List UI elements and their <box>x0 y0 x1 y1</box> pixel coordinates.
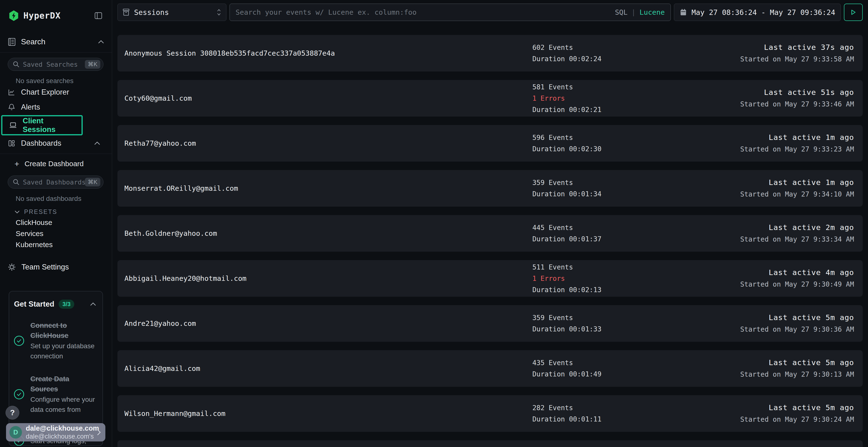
session-started: Started on May 27 9:34:10 AM <box>720 188 854 200</box>
create-dashboard-label: Create Dashboard <box>25 160 84 168</box>
sidebar-item-chart-explorer[interactable]: Chart Explorer <box>0 85 112 100</box>
app-title: HyperDX <box>23 11 61 21</box>
session-row[interactable]: Anonymous Session 308018eb535facd7cec337… <box>117 35 863 72</box>
sidebar-item-client-sessions[interactable]: Client Sessions <box>1 115 83 135</box>
session-name: Anonymous Session 308018eb535facd7cec337… <box>124 49 532 57</box>
get-started-item-title: Create Data Sources <box>30 374 96 394</box>
session-name: Wilson_Hermann@gmail.com <box>124 409 532 418</box>
source-select-value: Sessions <box>134 8 169 16</box>
session-row[interactable]: Andre21@yahoo.com 359 Events Duration 00… <box>117 305 863 342</box>
session-row[interactable]: Retha77@yahoo.com 596 Events Duration 00… <box>117 125 863 162</box>
saved-searches-search[interactable]: ⌘K <box>8 58 103 71</box>
session-stats: 602 Events Duration 00:02:24 <box>532 42 720 65</box>
session-last-active: Last active 4m ago <box>720 267 854 278</box>
sidebar-item-alerts[interactable]: Alerts <box>0 100 112 115</box>
saved-dashboards-input[interactable] <box>23 178 85 186</box>
get-started-title: Get Started <box>14 300 54 309</box>
session-row[interactable]: Wilson_Hermann@gmail.com 282 Events Dura… <box>117 395 863 432</box>
session-duration: Duration 00:01:49 <box>532 369 720 380</box>
chevron-down-icon <box>14 210 20 214</box>
session-row[interactable]: Alicia42@gmail.com 435 Events Duration 0… <box>117 350 863 387</box>
session-last-active: Last active 5m ago <box>720 402 854 414</box>
session-stats: 445 Events Duration 00:01:37 <box>532 222 720 245</box>
get-started-item[interactable]: Create Data Sources Configure where your… <box>14 374 96 415</box>
sidebar-section-search[interactable]: Search <box>0 31 112 53</box>
session-duration: Duration 00:01:33 <box>532 323 720 335</box>
session-row[interactable]: Coty60@gmail.com 581 Events 1 Errors Dur… <box>117 80 863 116</box>
collapse-sidebar-icon[interactable] <box>94 12 102 19</box>
chevron-up-icon[interactable] <box>94 141 100 145</box>
session-events: 581 Events <box>532 81 720 93</box>
calendar-icon <box>680 9 687 16</box>
magnifier-icon <box>13 61 20 68</box>
check-circle-icon <box>14 336 24 346</box>
create-dashboard-button[interactable]: + Create Dashboard <box>0 156 112 171</box>
sidebar-item-dashboards[interactable]: Dashboards <box>0 136 112 151</box>
session-started: Started on May 27 9:33:46 AM <box>720 98 854 110</box>
session-events: 596 Events <box>532 132 720 143</box>
chevron-up-icon[interactable] <box>90 302 96 306</box>
session-name: Coty60@gmail.com <box>124 94 532 102</box>
session-name: Beth.Goldner@yahoo.com <box>124 229 532 238</box>
preset-kubernetes[interactable]: Kubernetes <box>16 241 112 248</box>
session-times: Last active 5m ago Started on May 27 9:3… <box>720 402 854 425</box>
session-name: Abbigail.Heaney20@hotmail.com <box>124 274 532 282</box>
session-name: Andre21@yahoo.com <box>124 319 532 328</box>
session-row[interactable]: Beth.Goldner@yahoo.com 445 Events Durati… <box>117 215 863 252</box>
lucene-mode-button[interactable]: Lucene <box>640 8 665 16</box>
session-row[interactable]: Monserrat.OReilly@gmail.com 359 Events D… <box>117 170 863 207</box>
no-saved-searches-text: No saved searches <box>16 77 112 85</box>
session-duration: Duration 00:01:34 <box>532 188 720 200</box>
sidebar-header: HyperDX <box>0 0 112 31</box>
sidebar-item-team-settings[interactable]: Team Settings <box>0 260 112 275</box>
session-times: Last active 2m ago Started on May 27 9:3… <box>720 221 854 245</box>
date-range-picker[interactable]: May 27 08:36:24 - May 27 09:36:24 <box>674 4 841 21</box>
user-menu[interactable]: D dale@clickhouse.com dale@clickhouse.co… <box>6 423 105 442</box>
session-started: Started on May 27 9:33:58 AM <box>720 53 854 65</box>
saved-searches-input[interactable] <box>23 61 85 68</box>
session-duration: Duration 00:02:30 <box>532 143 720 154</box>
preset-clickhouse[interactable]: ClickHouse <box>16 219 112 227</box>
session-errors: 1 Errors <box>532 273 720 284</box>
session-last-active: Last active 5m ago <box>720 312 854 323</box>
run-query-button[interactable] <box>844 4 863 21</box>
session-last-active: Last active 51s ago <box>720 87 854 98</box>
mode-divider: | <box>631 8 636 16</box>
session-times: Last active 1m ago Started on May 27 9:3… <box>720 176 854 200</box>
sidebar-item-label: Client Sessions <box>23 116 77 134</box>
session-duration: Duration 00:02:24 <box>532 53 720 65</box>
shortcut-badge: ⌘K <box>85 178 100 186</box>
session-name: Retha77@yahoo.com <box>124 139 532 147</box>
session-row[interactable]: Abbigail.Heaney20@hotmail.com 511 Events… <box>117 260 863 297</box>
session-events: 445 Events <box>532 222 720 233</box>
sidebar-item-label: Alerts <box>21 103 40 111</box>
preset-services[interactable]: Services <box>16 230 112 238</box>
session-stats: 511 Events 1 Errors Duration 00:02:13 <box>532 262 720 296</box>
help-button[interactable]: ? <box>5 406 19 419</box>
source-select[interactable]: Sessions <box>117 4 226 21</box>
session-row-partial[interactable] <box>117 440 863 447</box>
session-name: Alicia42@gmail.com <box>124 365 532 373</box>
session-events: 511 Events <box>532 262 720 273</box>
user-subtitle: dale@clickhouse.com's <box>26 432 93 441</box>
session-stats: 359 Events Duration 00:01:34 <box>532 177 720 200</box>
session-last-active: Last active 2m ago <box>720 221 854 233</box>
query-language-toggle: SQL | Lucene <box>615 8 665 16</box>
get-started-item[interactable]: Connect to ClickHouse Set up your databa… <box>14 320 96 361</box>
event-search: SQL | Lucene <box>229 4 671 21</box>
main-content: Sessions SQL | Lucene <box>112 0 868 447</box>
saved-dashboards-search[interactable]: ⌘K <box>8 176 103 188</box>
sql-mode-button[interactable]: SQL <box>615 8 627 16</box>
chevron-up-icon[interactable] <box>98 40 104 44</box>
session-events: 282 Events <box>532 402 720 414</box>
session-started: Started on May 27 9:30:24 AM <box>720 414 854 425</box>
bell-icon <box>8 103 15 111</box>
get-started-panel: Get Started 3/3 Connect to ClickHouse Se… <box>9 291 103 446</box>
session-events: 359 Events <box>532 177 720 188</box>
check-circle-icon <box>14 389 24 399</box>
presets-toggle[interactable]: PRESETS <box>14 208 112 215</box>
session-duration: Duration 00:01:37 <box>532 233 720 245</box>
event-search-input[interactable] <box>236 8 615 16</box>
plus-icon: + <box>14 159 19 169</box>
session-list: Anonymous Session 308018eb535facd7cec337… <box>117 35 863 447</box>
